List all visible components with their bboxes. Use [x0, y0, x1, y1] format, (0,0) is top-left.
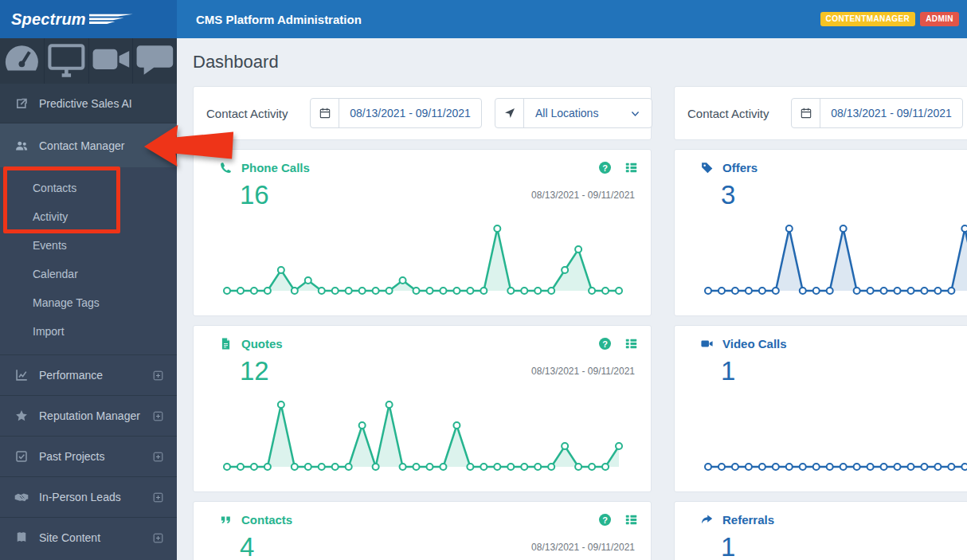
brand-name: Spectrum	[11, 10, 86, 29]
card-period: 08/13/2021 - 09/11/2021	[531, 366, 638, 377]
submenu-item-import[interactable]: Import	[0, 317, 177, 346]
sidebar-item-contact-manager[interactable]: Contact Manager	[0, 123, 177, 167]
card-title: Referrals	[722, 513, 774, 527]
card-value: 12	[240, 355, 269, 387]
sidebar-item-past-projects[interactable]: Past Projects	[0, 436, 177, 476]
topbar-badges: CONTENTMANAGERADMIN	[820, 0, 967, 38]
sidebar-tab-chat[interactable]	[133, 38, 177, 84]
sidebar-item-site-content[interactable]: Site Content	[0, 517, 177, 558]
card-value: 16	[240, 179, 269, 211]
page-title: Dashboard	[193, 52, 967, 72]
date-range-picker[interactable]: 08/13/2021 - 09/11/2021	[791, 98, 963, 128]
date-range-value[interactable]: 08/13/2021 - 09/11/2021	[339, 99, 481, 127]
stat-card-offers: Offers ? 3	[674, 149, 967, 316]
desktop-icon	[45, 37, 88, 84]
plus-square-icon[interactable]	[152, 370, 164, 382]
sidebar-item-label: Contact Manager	[39, 139, 124, 152]
card-value: 1	[721, 531, 735, 560]
file-icon	[219, 337, 233, 350]
date-range-picker[interactable]: 08/13/2021 - 09/11/2021	[310, 98, 482, 128]
plus-square-icon[interactable]	[152, 491, 164, 503]
sidebar-tab-video-camera[interactable]	[89, 38, 134, 84]
list-view-icon[interactable]	[624, 513, 638, 527]
stat-card-phone-calls: Phone Calls ? 16 08/13/2021 - 09/11/2021	[193, 149, 652, 316]
chart-line-icon	[14, 368, 29, 382]
help-icon[interactable]: ?	[599, 338, 611, 350]
help-icon[interactable]: ?	[599, 162, 611, 174]
card-value: 1	[721, 355, 735, 387]
card-title: Quotes	[241, 337, 283, 350]
card-title: Offers	[722, 161, 758, 174]
sidebar-item-label: Past Projects	[39, 450, 104, 463]
submenu-item-calendar[interactable]: Calendar	[0, 260, 177, 288]
phone-icon	[219, 161, 233, 174]
stat-card-header: Video Calls ?	[687, 337, 967, 350]
brand-swoosh-icon	[89, 10, 134, 28]
main-content: Dashboard Contact Activity 08/13/2021 - …	[177, 38, 967, 560]
sparkline-chart	[206, 217, 640, 301]
card-value: 3	[721, 179, 735, 211]
referral-icon	[700, 513, 714, 527]
sidebar-tab-desktop[interactable]	[45, 38, 89, 84]
card-period: 08/13/2021 - 09/11/2021	[531, 542, 638, 553]
sparkline-chart	[206, 394, 640, 477]
help-icon[interactable]: ?	[599, 514, 611, 526]
app-title: CMS Platform Administration	[177, 0, 820, 38]
tag-icon	[700, 161, 714, 174]
submenu-item-contacts[interactable]: Contacts	[0, 174, 177, 202]
sidebar-icon-tabs	[0, 38, 177, 84]
video-camera-icon	[89, 37, 133, 84]
top-bar: Spectrum CMS Platform Administration CON…	[0, 0, 967, 38]
submenu-item-events[interactable]: Events	[0, 231, 177, 260]
stat-card-contacts: Contacts ? 4 08/13/2021 - 09/11/2021	[193, 501, 652, 560]
sidebar-modules: PerformanceReputation ManagerPast Projec…	[0, 354, 177, 558]
sidebar-item-label: In-Person Leads	[39, 491, 121, 503]
chevron-down-icon	[630, 108, 640, 119]
brand-logo[interactable]: Spectrum	[0, 0, 177, 38]
role-badge: ADMIN	[920, 12, 959, 26]
submenu-item-manage-tags[interactable]: Manage Tags	[0, 288, 177, 317]
stat-card-header: Contacts ?	[206, 513, 638, 527]
filter-label: Contact Activity	[687, 107, 791, 120]
stat-card-header: Quotes ?	[206, 337, 638, 350]
users-icon	[14, 139, 29, 153]
role-badge: CONTENTMANAGER	[820, 12, 916, 26]
list-view-icon[interactable]	[624, 161, 638, 174]
sidebar-item-predictive-sales-ai[interactable]: Predictive Sales AI	[0, 84, 177, 123]
book-icon	[14, 531, 29, 545]
star-icon	[14, 409, 29, 423]
stat-card-referrals: Referrals ? 1	[674, 501, 967, 560]
sidebar-item-reputation-manager[interactable]: Reputation Manager	[0, 395, 177, 436]
stat-card-quotes: Quotes ? 12 08/13/2021 - 09/11/2021	[193, 325, 652, 492]
sidebar-item-in-person-leads[interactable]: In-Person Leads	[0, 476, 177, 517]
contact-activity-filter: Contact Activity 08/13/2021 - 09/11/2021…	[193, 86, 652, 140]
share-square-icon	[14, 96, 29, 111]
date-range-value[interactable]: 08/13/2021 - 09/11/2021	[820, 99, 962, 127]
plus-square-icon[interactable]	[152, 410, 164, 422]
sparkline-chart	[687, 217, 967, 301]
sidebar-tab-gauge[interactable]	[0, 38, 45, 84]
card-period: 08/13/2021 - 09/11/2021	[531, 190, 638, 201]
plus-square-icon[interactable]	[152, 532, 164, 544]
stat-card-header: Phone Calls ?	[206, 161, 638, 174]
handshake-icon	[14, 490, 29, 504]
sidebar-item-label: Reputation Manager	[39, 409, 140, 422]
tasks-icon	[14, 449, 29, 464]
stat-card-video-calls: Video Calls ? 1	[674, 325, 967, 492]
sidebar-item-label: Predictive Sales AI	[39, 97, 132, 110]
stat-card-header: Referrals ?	[687, 513, 967, 527]
submenu-item-activity[interactable]: Activity	[0, 202, 177, 231]
gauge-icon	[0, 37, 44, 84]
sidebar-item-performance[interactable]: Performance	[0, 354, 177, 395]
quote-icon	[219, 513, 233, 527]
right-column: Contact Activity 08/13/2021 - 09/11/2021…	[674, 86, 967, 560]
sidebar-item-label: Site Content	[39, 531, 100, 544]
video-camera-icon	[700, 337, 714, 350]
list-view-icon[interactable]	[624, 337, 638, 350]
card-title: Contacts	[241, 513, 292, 527]
plus-square-icon[interactable]	[152, 451, 164, 463]
chat-icon	[133, 37, 177, 84]
left-column: Contact Activity 08/13/2021 - 09/11/2021…	[193, 86, 652, 560]
sidebar: Predictive Sales AIContact Manager Conta…	[0, 38, 177, 560]
location-select[interactable]: All Locations	[495, 98, 652, 128]
